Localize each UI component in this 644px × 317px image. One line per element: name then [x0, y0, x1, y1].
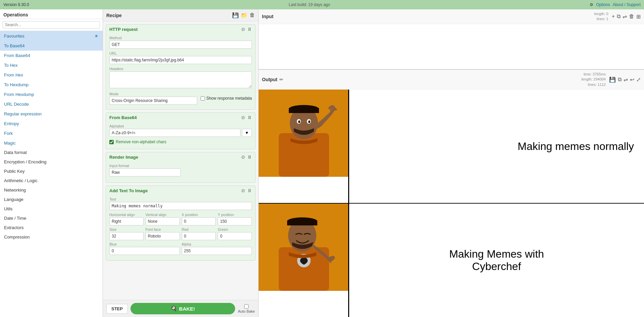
copy-icon[interactable]: ⧉	[618, 76, 622, 83]
font-field: Font face	[146, 227, 180, 240]
maximize-icon[interactable]: ⧉	[617, 13, 621, 19]
grid-icon[interactable]: ⊞	[636, 13, 641, 20]
url-input[interactable]	[109, 56, 252, 64]
headers-input[interactable]	[109, 71, 252, 88]
pause-icon[interactable]: ⏸	[247, 188, 252, 193]
show-metadata-label[interactable]: Show response metadata	[201, 96, 252, 101]
x-pos-input[interactable]	[182, 217, 216, 225]
disable-icon[interactable]: ⊘	[241, 27, 245, 32]
lines-label: lines:	[597, 17, 606, 21]
bake-button[interactable]: 🍳 BAKE!	[130, 303, 235, 314]
sidebar-item-fork[interactable]: Fork	[0, 128, 103, 138]
sidebar-item-language[interactable]: Language	[0, 195, 103, 204]
sidebar-item-datetime[interactable]: Date / Time	[0, 214, 103, 223]
text-input[interactable]	[109, 202, 252, 210]
meme-top-text-content: Making memes normally	[518, 140, 634, 153]
plus-icon[interactable]: +	[612, 13, 615, 19]
size-field: Size	[109, 227, 144, 240]
green-input[interactable]	[218, 232, 252, 240]
sidebar-item-compression[interactable]: Compression	[0, 232, 103, 242]
sidebar-label: Networking	[4, 188, 26, 193]
font-input[interactable]	[146, 232, 180, 240]
recipe-content: HTTP request ⊘ ⏸ Method URL	[103, 21, 258, 300]
red-input[interactable]	[182, 232, 216, 240]
sidebar-item-encryption[interactable]: Encryption / Encoding	[0, 157, 103, 167]
sidebar-item-extractors[interactable]: Extractors	[0, 223, 103, 232]
sidebar-item-favourites[interactable]: Favourites ★	[0, 31, 103, 41]
size-input[interactable]	[109, 232, 144, 240]
add-text-title: Add Text To Image	[109, 188, 148, 193]
save-icon[interactable]: 💾	[232, 12, 239, 18]
blue-input[interactable]	[109, 247, 180, 255]
sidebar-item-tohex[interactable]: To Hex	[0, 60, 103, 70]
save-icon[interactable]: 💾	[609, 76, 616, 83]
render-image-title: Render Image	[109, 155, 138, 160]
pause-icon[interactable]: ⏸	[247, 27, 252, 32]
sidebar-label: Magic	[4, 141, 16, 146]
sidebar-item-arithmetic[interactable]: Arithmetic / Logic	[0, 176, 103, 186]
sidebar-item-tohexdump[interactable]: To Hexdump	[0, 80, 103, 90]
disable-icon[interactable]: ⊘	[241, 154, 245, 160]
mode-label: Mode	[109, 92, 197, 96]
pause-icon[interactable]: ⏸	[247, 154, 252, 160]
sidebar-item-entropy[interactable]: Entropy	[0, 119, 103, 128]
sidebar-item-frombase64[interactable]: From Base64	[0, 51, 103, 60]
green-field: Green	[218, 227, 252, 240]
meme-bottom-text-content: Making Memes with Cyberchef	[449, 248, 544, 273]
swap-icon[interactable]: ⇌	[624, 76, 628, 83]
disable-icon[interactable]: ⊘	[241, 115, 245, 120]
sidebar-item-urldecode[interactable]: URL Decode	[0, 99, 103, 109]
sidebar-item-networking[interactable]: Networking	[0, 186, 103, 195]
auto-bake-wrapper: Auto Bake	[238, 304, 255, 313]
undo-icon[interactable]: ↩	[630, 76, 634, 83]
alphabet-input[interactable]	[109, 129, 240, 137]
meme-container: Making memes normally Making Memes with …	[259, 90, 644, 317]
sidebar-item-dataformat[interactable]: Data format	[0, 148, 103, 157]
input-length-value: 0	[606, 12, 608, 16]
options-link[interactable]: Options	[596, 2, 610, 7]
mode-input[interactable]	[109, 97, 197, 105]
disable-icon[interactable]: ⊘	[241, 188, 245, 193]
y-pos-input[interactable]	[218, 217, 252, 225]
bake-label: BAKE!	[179, 306, 195, 312]
sidebar-item-magic[interactable]: Magic	[0, 138, 103, 148]
about-link[interactable]: About / Support	[613, 2, 641, 7]
mode-select-wrapper: Mode	[109, 92, 197, 105]
sidebar-item-regex[interactable]: Regular expression	[0, 109, 103, 119]
edit-icon[interactable]: ✏	[279, 77, 283, 82]
sidebar-item-utils[interactable]: Utils	[0, 204, 103, 214]
auto-bake-checkbox[interactable]	[244, 304, 249, 309]
render-image-body: Input format	[106, 162, 255, 182]
swap-icon[interactable]: ⇌	[623, 13, 627, 20]
input-title-area: Input	[262, 14, 273, 19]
sidebar-item-fromhex[interactable]: From Hex	[0, 70, 103, 80]
add-text-header: Add Text To Image ⊘ ⏸	[106, 186, 255, 195]
alpha-field: Alpha	[182, 242, 252, 255]
trash-icon[interactable]: 🗑	[250, 12, 255, 18]
remove-nonalpha-label[interactable]: Remove non-alphabet chars	[109, 140, 252, 144]
sidebar-item-fromhexdump[interactable]: From Hexdump	[0, 90, 103, 99]
alphabet-dropdown-btn[interactable]: ▼	[242, 129, 252, 137]
sidebar-label: Entropy	[4, 121, 19, 126]
output-header: Output ✏ time: 3765ms length: 294004	[259, 70, 644, 90]
remove-nonalpha-checkbox[interactable]	[109, 140, 114, 144]
method-input[interactable]	[109, 41, 252, 49]
alpha-input[interactable]	[182, 247, 252, 255]
input-area[interactable]	[259, 24, 644, 69]
input-format-input[interactable]	[109, 168, 181, 176]
pause-icon[interactable]: ⏸	[247, 115, 252, 120]
v-align-input[interactable]	[146, 217, 180, 225]
sidebar-item-tobase64[interactable]: To Base64	[0, 41, 103, 51]
svg-rect-1	[279, 133, 329, 177]
trash-icon[interactable]: 🗑	[629, 13, 634, 19]
h-align-input[interactable]	[109, 217, 144, 225]
folder-icon[interactable]: 📁	[241, 12, 248, 18]
maximize-icon[interactable]: ⤢	[636, 76, 641, 83]
sidebar-label: To Hexdump	[4, 82, 29, 87]
search-input[interactable]	[3, 21, 100, 29]
step-button[interactable]: STEP	[106, 304, 128, 314]
alphabet-label: Alphabet	[109, 124, 252, 128]
svg-point-5	[298, 120, 300, 123]
show-metadata-checkbox[interactable]	[201, 96, 205, 101]
sidebar-item-publickey[interactable]: Public Key	[0, 167, 103, 176]
